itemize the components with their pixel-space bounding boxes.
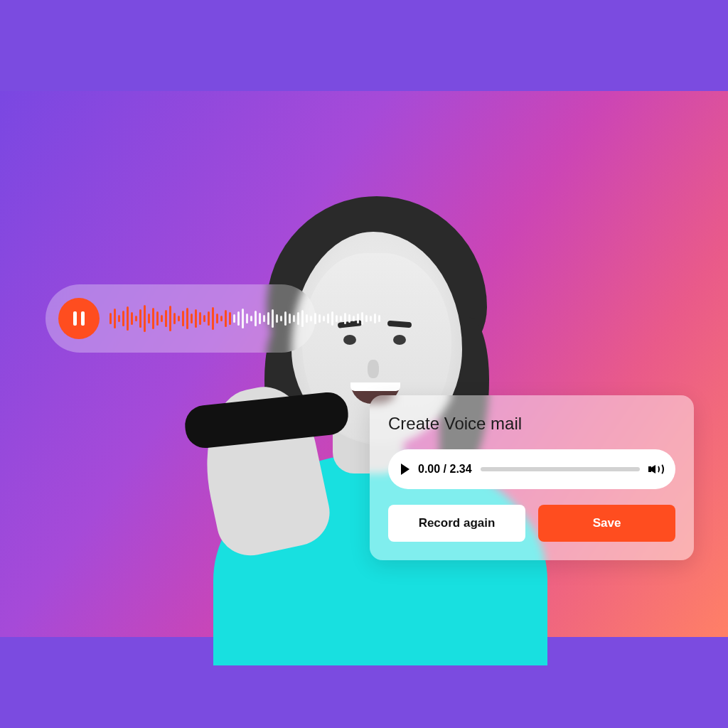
create-voicemail-card: Create Voice mail 0.00 / 2.34 Record aga… [370, 395, 694, 560]
seek-track[interactable] [481, 467, 640, 471]
phone [183, 390, 350, 450]
volume-icon[interactable] [648, 463, 663, 476]
pause-button[interactable] [58, 298, 100, 339]
card-title: Create Voice mail [388, 414, 675, 434]
record-again-button[interactable]: Record again [388, 505, 525, 542]
pause-icon [73, 311, 85, 326]
current-time: 0.00 [418, 463, 440, 475]
waveform [109, 301, 380, 336]
save-button[interactable]: Save [538, 505, 675, 542]
player-time: 0.00 / 2.34 [418, 463, 472, 476]
card-button-row: Record again Save [388, 505, 675, 542]
hero-stage: Create Voice mail 0.00 / 2.34 Record aga… [0, 91, 728, 637]
audio-player: 0.00 / 2.34 [388, 449, 675, 489]
voice-message-pill [46, 284, 316, 353]
play-icon[interactable] [401, 464, 410, 475]
duration: 2.34 [449, 463, 471, 475]
